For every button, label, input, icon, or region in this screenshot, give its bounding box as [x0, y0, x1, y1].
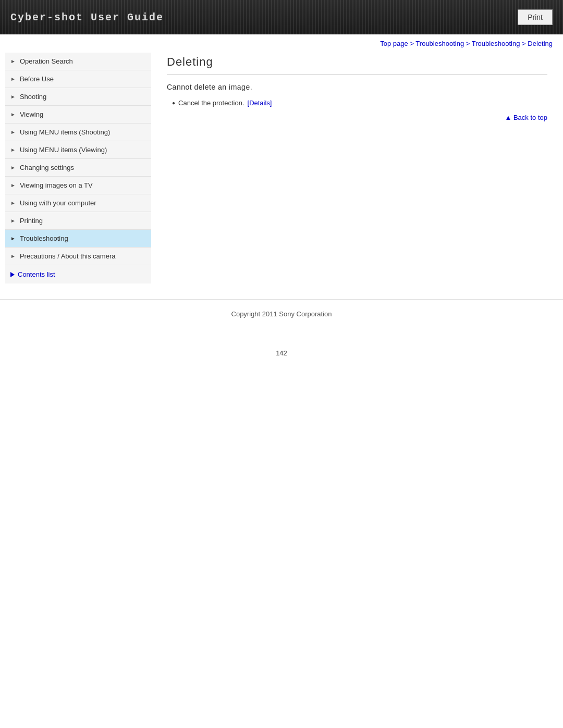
arrow-icon: ►	[10, 236, 16, 241]
sidebar-item-label: Shooting	[20, 93, 46, 101]
sidebar-item-precautions[interactable]: ► Precautions / About this camera	[5, 248, 151, 265]
contents-list-link[interactable]: Contents list	[5, 265, 151, 283]
arrow-icon: ►	[10, 200, 16, 206]
sidebar-item-label: Troubleshooting	[20, 235, 68, 242]
content-list: Cancel the protection. [Details]	[172, 97, 547, 108]
sidebar-item-troubleshooting[interactable]: ► Troubleshooting	[5, 230, 151, 248]
main-layout: ► Operation Search ► Before Use ► Shooti…	[0, 53, 563, 283]
sidebar-item-viewing-images-tv[interactable]: ► Viewing images on a TV	[5, 177, 151, 194]
sidebar-item-label: Viewing	[20, 110, 43, 118]
arrow-icon: ►	[10, 253, 16, 259]
sidebar: ► Operation Search ► Before Use ► Shooti…	[5, 53, 151, 283]
sidebar-item-changing-settings[interactable]: ► Changing settings	[5, 159, 151, 177]
list-item: Cancel the protection. [Details]	[172, 97, 547, 108]
details-link[interactable]: [Details]	[248, 99, 272, 107]
sidebar-item-label: Changing settings	[20, 164, 74, 171]
sidebar-item-label: Using MENU items (Shooting)	[20, 128, 110, 136]
arrow-icon: ►	[10, 94, 16, 100]
arrow-icon: ►	[10, 182, 16, 188]
sidebar-item-before-use[interactable]: ► Before Use	[5, 70, 151, 88]
sidebar-item-operation-search[interactable]: ► Operation Search	[5, 53, 151, 70]
arrow-icon: ►	[10, 76, 16, 82]
sidebar-item-using-menu-viewing[interactable]: ► Using MENU items (Viewing)	[5, 141, 151, 159]
sidebar-item-label: Using with your computer	[20, 199, 96, 207]
breadcrumb-troubleshooting2[interactable]: Troubleshooting	[472, 40, 520, 47]
arrow-icon: ►	[10, 218, 16, 224]
sidebar-item-shooting[interactable]: ► Shooting	[5, 88, 151, 106]
back-to-top-link[interactable]: Back to top	[167, 108, 547, 127]
item-text: Cancel the protection.	[178, 99, 244, 107]
sidebar-item-label: Viewing images on a TV	[20, 181, 93, 189]
app-title: Cyber-shot User Guide	[10, 11, 164, 23]
section-heading: Cannot delete an image.	[167, 83, 547, 91]
content-area: Deleting Cannot delete an image. Cancel …	[156, 53, 558, 283]
page-title: Deleting	[167, 55, 547, 75]
page-number: 142	[0, 328, 563, 378]
sidebar-item-using-menu-shooting[interactable]: ► Using MENU items (Shooting)	[5, 124, 151, 141]
sidebar-item-label: Printing	[20, 217, 43, 225]
contents-list-label: Contents list	[18, 270, 55, 278]
arrow-right-icon	[10, 272, 15, 277]
arrow-icon: ►	[10, 147, 16, 153]
breadcrumb-deleting[interactable]: Deleting	[528, 40, 553, 47]
breadcrumb-top[interactable]: Top page	[380, 40, 408, 47]
breadcrumb-troubleshooting1[interactable]: Troubleshooting	[415, 40, 464, 47]
footer: Copyright 2011 Sony Corporation	[0, 299, 563, 328]
print-button[interactable]: Print	[518, 9, 553, 25]
arrow-icon: ►	[10, 129, 16, 135]
copyright-text: Copyright 2011 Sony Corporation	[231, 310, 332, 318]
arrow-icon: ►	[10, 112, 16, 117]
sidebar-item-label: Operation Search	[20, 57, 73, 65]
arrow-icon: ►	[10, 165, 16, 170]
sidebar-item-printing[interactable]: ► Printing	[5, 212, 151, 230]
sidebar-item-label: Precautions / About this camera	[20, 252, 116, 260]
sidebar-item-label: Using MENU items (Viewing)	[20, 146, 107, 154]
arrow-icon: ►	[10, 58, 16, 64]
page-header: Cyber-shot User Guide Print	[0, 0, 563, 34]
sidebar-item-using-computer[interactable]: ► Using with your computer	[5, 194, 151, 212]
sidebar-item-viewing[interactable]: ► Viewing	[5, 106, 151, 124]
sidebar-item-label: Before Use	[20, 75, 54, 83]
breadcrumb: Top page > Troubleshooting > Troubleshoo…	[0, 34, 563, 53]
